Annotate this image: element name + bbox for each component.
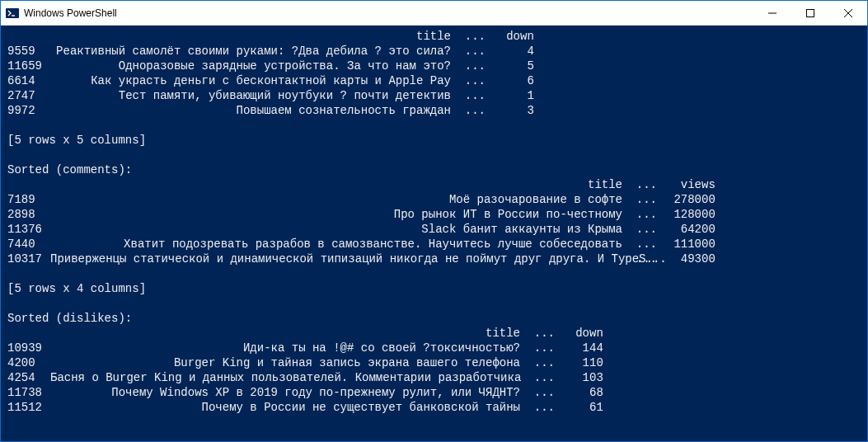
table-row: 11376Slack банит аккаунты из Крыма ...64… <box>7 222 861 237</box>
terminal-output[interactable]: title ...down9559Реактивный самолёт свои… <box>1 26 867 441</box>
table-row: 11738Почему Windows XP в 2019 году по-пр… <box>7 385 861 400</box>
row-title: Про рынок ИТ в России по-честному <box>50 207 622 222</box>
row-id: 11659 <box>7 59 50 73</box>
col-ellipsis: ... <box>534 326 564 341</box>
row-title: Хватит подозревать разрабов в самозванст… <box>50 237 622 252</box>
section-label: Sorted (dislikes): <box>7 312 132 325</box>
row-down: 4 <box>495 44 534 59</box>
row-title: Повышаем сознательность граждан <box>50 103 451 118</box>
row-title: Burger King и тайная запись экрана вашег… <box>50 355 520 370</box>
window-controls <box>753 1 867 25</box>
row-down: 68 <box>564 385 603 400</box>
row-id: 7189 <box>7 192 50 207</box>
table-row: 9559Реактивный самолёт своими руками: ?Д… <box>7 44 861 59</box>
table2-footer: [5 rows x 4 columns] <box>7 282 146 295</box>
row-down: 5 <box>495 59 534 73</box>
title-bar: Windows PowerShell <box>1 1 867 26</box>
row-title: Почему Windows XP в 2019 году по-прежнем… <box>50 385 520 400</box>
row-title: Приверженцы статической и динамической т… <box>50 252 622 266</box>
table-row: 2898Про рынок ИТ в России по-честному ..… <box>7 207 861 222</box>
row-id: 6614 <box>7 73 50 88</box>
row-views: 278000 <box>666 192 716 207</box>
row-down: 144 <box>564 341 603 355</box>
row-id: 2747 <box>7 88 50 103</box>
row-id: 9972 <box>7 103 50 118</box>
row-title: Как украсть деньги с бесконтактной карты… <box>50 73 451 88</box>
svg-rect-3 <box>807 9 814 16</box>
col-views: views <box>666 177 716 192</box>
col-ellipsis: ... <box>636 177 666 192</box>
close-button[interactable] <box>829 1 867 25</box>
section-label: Sorted (comments): <box>7 163 132 176</box>
row-id: 11738 <box>7 385 50 400</box>
col-down: down <box>564 326 603 341</box>
row-views: 111000 <box>666 237 716 252</box>
row-down: 3 <box>495 103 534 118</box>
table2-header: title ...views <box>7 177 861 192</box>
col-title: title <box>50 29 451 44</box>
table1-footer: [5 rows x 5 columns] <box>7 134 146 147</box>
table-row: 10939Иди-ка ты на !@# со своей ?токсично… <box>7 341 861 355</box>
row-id: 11376 <box>7 222 50 237</box>
row-id: 10317 <box>7 252 50 266</box>
row-title: Почему в России не существует банковской… <box>50 400 520 415</box>
row-id: 4254 <box>7 370 50 385</box>
minimize-button[interactable] <box>753 1 791 25</box>
row-id: 10939 <box>7 341 50 355</box>
row-title: Моё разочарование в софте <box>50 192 622 207</box>
row-id: 11512 <box>7 400 50 415</box>
svg-rect-0 <box>6 8 19 18</box>
row-title: Иди-ка ты на !@# со своей ?токсичностью? <box>50 341 520 355</box>
table1-header: title ...down <box>7 29 861 44</box>
col-ellipsis: ... <box>465 29 495 44</box>
powershell-window: Windows PowerShell title ...down9559Реак… <box>0 0 868 442</box>
row-title: Одноразовые зарядные устройства. За что … <box>50 59 451 73</box>
powershell-icon <box>6 7 19 20</box>
col-title: title <box>50 177 622 192</box>
table-row: 2747Тест памяти, убивающий ноутбуки ? по… <box>7 88 861 103</box>
row-title: Тест памяти, убивающий ноутбуки ? почти … <box>50 88 451 103</box>
table-row: 6614Как украсть деньги с бесконтактной к… <box>7 73 861 88</box>
table-row: 7189Моё разочарование в софте ...278000 <box>7 192 861 207</box>
row-down: 61 <box>564 400 603 415</box>
table-row: 9972Повышаем сознательность граждан ...3 <box>7 103 861 118</box>
row-id: 4200 <box>7 355 50 370</box>
row-id: 7440 <box>7 237 50 252</box>
table-row: 4200Burger King и тайная запись экрана в… <box>7 355 861 370</box>
row-id: 9559 <box>7 44 50 59</box>
row-views: 128000 <box>666 207 716 222</box>
row-down: 6 <box>495 73 534 88</box>
table-row: 11512Почему в России не существует банко… <box>7 400 861 415</box>
maximize-button[interactable] <box>791 1 829 25</box>
row-title: Басня о Burger King и данных пользовател… <box>50 370 520 385</box>
row-views: 49300 <box>666 252 716 266</box>
col-title: title <box>50 326 520 341</box>
row-title: Реактивный самолёт своими руками: ?Два д… <box>50 44 451 59</box>
col-down: down <box>495 29 534 44</box>
row-down: 1 <box>495 88 534 103</box>
row-down: 110 <box>564 355 603 370</box>
row-id: 2898 <box>7 207 50 222</box>
table-row: 10317Приверженцы статической и динамичес… <box>7 252 861 266</box>
row-title: Slack банит аккаунты из Крыма <box>50 222 622 237</box>
window-title: Windows PowerShell <box>24 7 753 19</box>
table3-header: title ...down <box>7 326 861 341</box>
row-views: 64200 <box>666 222 716 237</box>
row-down: 103 <box>564 370 603 385</box>
table-row: 11659Одноразовые зарядные устройства. За… <box>7 59 861 73</box>
table-row: 7440Хватит подозревать разрабов в самозв… <box>7 237 861 252</box>
table-row: 4254Басня о Burger King и данных пользов… <box>7 370 861 385</box>
